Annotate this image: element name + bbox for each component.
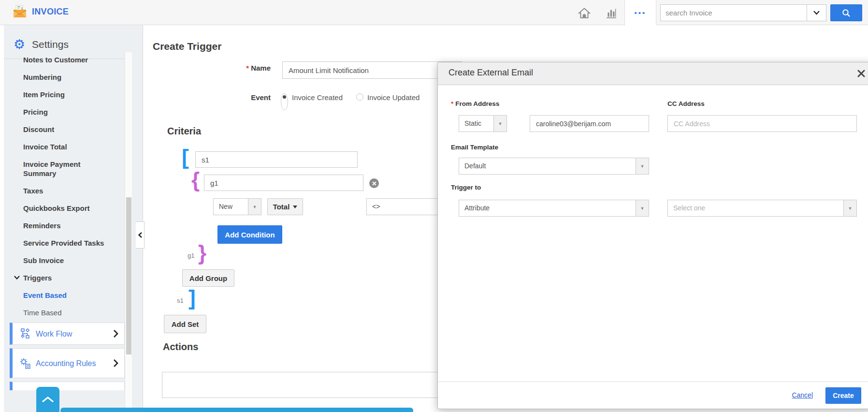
cc-address-input[interactable] <box>667 115 857 132</box>
condition-operator-box[interactable]: <> <box>366 198 439 215</box>
sidebar-item-notes-to-customer[interactable]: Notes to Customer <box>23 55 120 64</box>
sidebar-item-reminders[interactable]: Reminders <box>23 221 120 230</box>
chevron-down-icon: ▼ <box>843 200 856 216</box>
condition-when-select[interactable]: New ▼ <box>213 198 261 215</box>
modal-title: Create External Email <box>448 68 533 78</box>
sidebar-item-pricing[interactable]: Pricing <box>23 107 120 117</box>
section-label: Accounting Rules <box>36 359 99 368</box>
required-marker: * <box>246 64 249 72</box>
chevron-right-icon <box>113 359 118 367</box>
settings-sidebar: ⚙ Settings Notes to Customer Numbering I… <box>0 25 143 412</box>
criteria-heading: Criteria <box>167 126 201 137</box>
group-close-brace: } <box>198 243 206 263</box>
close-icon[interactable] <box>857 70 865 77</box>
trigger-name-input[interactable] <box>282 61 462 79</box>
workflow-icon <box>19 328 31 339</box>
chevron-down-icon <box>813 11 820 15</box>
set-close-bracket: ] <box>188 288 196 308</box>
create-external-email-modal: Create External Email *From Address CC A… <box>437 62 868 409</box>
top-bar: $ INVOICE ••• <box>0 0 868 25</box>
event-label: Event <box>208 93 271 102</box>
home-icon[interactable] <box>578 7 591 19</box>
sidebar-item-taxes[interactable]: Taxes <box>23 186 120 195</box>
section-label: Work Flow <box>36 329 99 338</box>
app-screen: $ INVOICE ••• <box>0 0 868 412</box>
add-condition-button[interactable]: Add Condition <box>217 225 282 244</box>
gear-icon: ⚙ <box>14 37 25 52</box>
trigger-to-type-select[interactable]: Attribute ▼ <box>459 200 649 217</box>
search-box <box>660 4 826 21</box>
trigger-to-target-select[interactable]: Select one ▼ <box>667 200 857 217</box>
add-set-button[interactable]: Add Set <box>164 315 206 333</box>
radio-invoice-updated[interactable] <box>356 93 363 101</box>
sidebar-gutter <box>0 25 4 412</box>
sidebar-item-sub-invoice[interactable]: Sub Invoice <box>23 256 120 265</box>
chevron-down-icon: ▼ <box>636 158 649 174</box>
remove-group-button[interactable] <box>369 178 379 188</box>
sidebar-item-numbering[interactable]: Numbering <box>23 73 120 82</box>
modal-header: Create External Email <box>438 62 868 85</box>
more-menu-button[interactable]: ••• <box>624 0 656 25</box>
bottom-scroll-bar[interactable] <box>60 408 413 412</box>
page-title: Create Trigger <box>153 41 221 52</box>
settings-nav: Notes to Customer Numbering Item Pricing… <box>23 55 120 325</box>
invoice-envelope-icon: $ <box>13 5 27 18</box>
sidebar-scrollbar[interactable] <box>125 52 132 412</box>
from-type-select[interactable]: Static ▼ <box>459 115 507 132</box>
more-dots-icon: ••• <box>635 9 647 17</box>
actions-empty-box[interactable] <box>162 372 438 398</box>
email-template-label: Email Template <box>451 144 498 151</box>
search-input[interactable] <box>661 5 806 21</box>
from-email-input[interactable] <box>530 115 649 132</box>
name-label: *Name <box>208 64 271 72</box>
sidebar-item-quickbooks-export[interactable]: Quickbooks Export <box>23 204 120 213</box>
sidebar-section-partial[interactable] <box>10 382 125 390</box>
chevron-right-icon <box>113 330 118 338</box>
group-name-input[interactable] <box>204 175 363 191</box>
search-scope-dropdown[interactable] <box>807 5 826 21</box>
sidebar-item-event-based[interactable]: Event Based <box>23 291 120 300</box>
sidebar-item-invoice-total[interactable]: Invoice Total <box>23 142 120 151</box>
caret-down-icon <box>293 206 297 208</box>
set-name-input[interactable] <box>195 151 358 168</box>
scroll-to-top-button[interactable] <box>36 387 59 412</box>
scrollbar-thumb[interactable] <box>126 197 131 354</box>
sidebar-section-work-flow[interactable]: Work Flow <box>10 323 125 345</box>
accounting-rules-icon <box>19 357 31 369</box>
bar-chart-icon[interactable] <box>605 7 618 19</box>
app-title: INVOICE <box>32 7 69 17</box>
sidebar-collapse-tab[interactable] <box>136 221 145 249</box>
email-template-select[interactable]: Default ▼ <box>459 158 649 175</box>
radio-invoice-updated-label[interactable]: Invoice Updated <box>367 93 420 102</box>
trigger-to-label: Trigger to <box>451 184 481 191</box>
sidebar-item-discount[interactable]: Discount <box>23 125 120 134</box>
cancel-link[interactable]: Cancel <box>792 391 813 399</box>
chevron-left-icon <box>138 232 142 238</box>
condition-field-dropdown[interactable]: Total <box>267 198 303 215</box>
sidebar-item-item-pricing[interactable]: Item Pricing <box>23 90 120 99</box>
from-address-label: *From Address <box>451 100 499 107</box>
set-open-bracket: [ <box>182 147 189 167</box>
actions-heading: Actions <box>163 341 198 353</box>
add-group-button[interactable]: Add Group <box>182 269 234 287</box>
app-logo: $ INVOICE <box>13 5 69 18</box>
sidebar-item-invoice-payment-summary[interactable]: Invoice Payment Summary <box>23 160 106 178</box>
create-button[interactable]: Create <box>825 387 861 404</box>
search-button[interactable] <box>830 4 862 21</box>
chevron-down-icon: ▼ <box>636 200 649 216</box>
search-icon <box>842 9 851 17</box>
close-icon <box>372 181 376 186</box>
sidebar-item-service-provided-tasks[interactable]: Service Provided Tasks <box>23 238 120 248</box>
chevron-down-icon: ▼ <box>493 116 506 132</box>
cc-address-label: CC Address <box>667 100 705 107</box>
radio-invoice-created[interactable] <box>281 93 288 110</box>
chevron-up-icon <box>42 397 54 402</box>
group-open-brace: { <box>191 170 200 190</box>
required-marker: * <box>451 100 453 107</box>
sidebar-title: Settings <box>32 39 69 50</box>
chevron-down-icon <box>14 276 20 280</box>
radio-invoice-created-label[interactable]: Invoice Created <box>292 93 343 102</box>
sidebar-item-time-based[interactable]: Time Based <box>23 308 120 317</box>
sidebar-section-accounting-rules[interactable]: Accounting Rules <box>10 348 125 378</box>
sidebar-item-triggers[interactable]: Triggers <box>23 273 120 282</box>
